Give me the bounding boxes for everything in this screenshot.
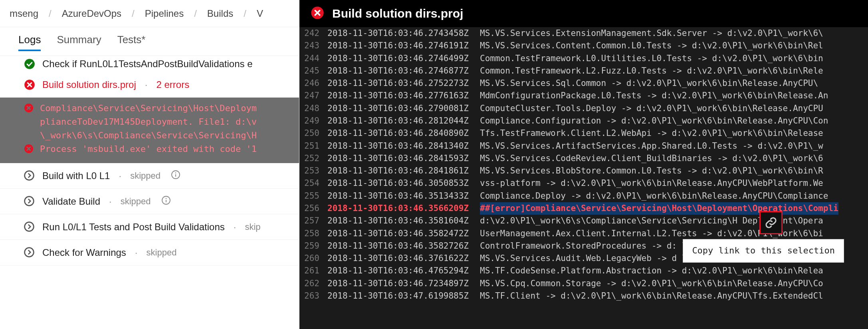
error-row: Process 'msbuild.exe' exited with code '… (24, 142, 291, 158)
log-line[interactable]: 2632018-11-30T16:03:47.6199885ZMS.TF.Cli… (299, 290, 868, 302)
line-number: 257 (299, 215, 327, 227)
line-number: 243 (299, 40, 327, 52)
error-icon (311, 6, 324, 21)
breadcrumb-item[interactable]: V (257, 8, 263, 19)
chevron-right-icon (24, 170, 35, 181)
log-message: MS.VS.Services.Sql.Common -> d:\v2.0\P1\… (480, 77, 818, 90)
left-pane: mseng / AzureDevOps / Pipelines / Builds… (0, 0, 299, 329)
log-line[interactable]: 2442018-11-30T16:03:46.2746499ZCommon.Te… (299, 52, 868, 65)
step-title: Build with L0 L1 (42, 170, 110, 181)
step-row[interactable]: Run L0/L1 Tests and Post Build Validatio… (0, 214, 299, 240)
breadcrumb-separator: / (194, 8, 197, 19)
log-message: Tfs.TestFramework.Client.L2.WebApi -> d:… (480, 127, 823, 140)
line-number: 260 (299, 252, 327, 265)
error-count: 2 errors (156, 79, 189, 90)
separator-dot: · (117, 170, 123, 181)
step-error-details[interactable]: Compliance\Service\Servicing\Host\Deploy… (0, 98, 299, 163)
log-line[interactable]: 2622018-11-30T16:03:46.7234897ZMS.VS.Cpq… (299, 277, 868, 290)
breadcrumb-item[interactable]: mseng (10, 8, 38, 19)
breadcrumb: mseng / AzureDevOps / Pipelines / Builds… (0, 0, 299, 27)
timestamp: 2018-11-30T16:03:46.2841861Z (327, 165, 480, 177)
tab-tests[interactable]: Tests* (117, 34, 146, 51)
log-line[interactable]: 2532018-11-30T16:03:46.2841861ZMS.VS.Ser… (299, 165, 868, 177)
log-line[interactable]: 2452018-11-30T16:03:46.2746877ZCommon.Te… (299, 65, 868, 77)
log-message: Compliance.Deploy -> d:\v2.0\P1\_work\6\… (480, 190, 828, 202)
timestamp: 2018-11-30T16:03:46.2752273Z (327, 77, 480, 90)
log-pane: Build solution dirs.proj 2422018-11-30T1… (299, 0, 868, 329)
timestamp: 2018-11-30T16:03:46.2746499Z (327, 52, 480, 65)
breadcrumb-item[interactable]: Pipelines (145, 8, 184, 19)
view-tabs: Logs Summary Tests* (0, 27, 299, 56)
line-number: 262 (299, 277, 327, 290)
log-line[interactable]: 2572018-11-30T16:03:46.3581604Zd:\v2.0\P… (299, 215, 868, 227)
log-line[interactable]: 2432018-11-30T16:03:46.2746191ZMS.VS.Ser… (299, 40, 868, 52)
breadcrumb-separator: / (49, 8, 52, 19)
log-line[interactable]: 2502018-11-30T16:03:46.2840890ZTfs.TestF… (299, 127, 868, 140)
step-row-failed[interactable]: Build solution dirs.proj · 2 errors (0, 72, 299, 98)
info-icon[interactable] (161, 195, 171, 207)
step-row[interactable]: Check for Warnings · skipped (0, 240, 299, 265)
log-message: MS.VS.Cpq.Common.Storage -> d:\v2.0\P1\_… (480, 277, 823, 290)
log-message: MS.VS.Services.Audit.Web.LegacyWeb -> d … (480, 252, 712, 265)
line-number: 258 (299, 227, 327, 240)
step-row[interactable]: Validate Build · skipped (0, 189, 299, 214)
line-number: 254 (299, 177, 327, 189)
log-line[interactable]: 2612018-11-30T16:03:46.4765294ZMS.TF.Cod… (299, 265, 868, 277)
line-number: 244 (299, 52, 327, 65)
step-title: Build solution dirs.proj (42, 79, 136, 90)
step-status: skipped (147, 247, 177, 258)
log-message: MS.TF.Client -> d:\v2.0\P1\_work\6\bin\R… (480, 290, 823, 302)
log-line[interactable]: 2552018-11-30T16:03:46.3513433ZComplianc… (299, 190, 868, 202)
log-line[interactable]: 2422018-11-30T16:03:46.2743458ZMS.VS.Ser… (299, 27, 868, 40)
log-line[interactable]: 2562018-11-30T16:03:46.3566209Z##[error]… (299, 202, 868, 215)
step-row[interactable]: Build with L0 L1 · skipped (0, 163, 299, 189)
log-line[interactable]: 2492018-11-30T16:03:46.2812044ZComplianc… (299, 115, 868, 127)
copy-link-button[interactable] (759, 211, 783, 234)
step-row-previous[interactable]: Check if RunL0L1TestsAndPostBuildValidat… (0, 56, 299, 72)
timestamp: 2018-11-30T16:03:46.3582472Z (327, 227, 480, 240)
separator-dot: · (133, 247, 139, 258)
tab-summary[interactable]: Summary (57, 34, 101, 51)
breadcrumb-item[interactable]: AzureDevOps (62, 8, 121, 19)
log-message: MS.VS.Services.CodeReview.Client_BuildBi… (480, 152, 823, 165)
log-line[interactable]: 2482018-11-30T16:03:46.2790081ZComputeCl… (299, 102, 868, 115)
step-title: Run L0/L1 Tests and Post Build Validatio… (42, 221, 225, 233)
error-icon (24, 144, 34, 158)
timestamp: 2018-11-30T16:03:46.2840890Z (327, 127, 480, 140)
timestamp: 2018-11-30T16:03:46.2841340Z (327, 140, 480, 152)
line-number: 252 (299, 152, 327, 165)
log-line[interactable]: 2462018-11-30T16:03:46.2752273ZMS.VS.Ser… (299, 77, 868, 90)
timestamp: 2018-11-30T16:03:47.6199885Z (327, 290, 480, 302)
log-body[interactable]: 2422018-11-30T16:03:46.2743458ZMS.VS.Ser… (299, 27, 868, 329)
timestamp: 2018-11-30T16:03:46.2812044Z (327, 115, 480, 127)
info-icon[interactable] (171, 170, 180, 182)
separator-dot: · (107, 196, 113, 207)
line-number: 256 (299, 202, 327, 215)
success-icon (24, 58, 35, 70)
timestamp: 2018-11-30T16:03:46.2743458Z (327, 27, 480, 40)
timestamp: 2018-11-30T16:03:46.2746877Z (327, 65, 480, 77)
line-number: 249 (299, 115, 327, 127)
log-message: ControlFramework.StoredProcedures -> d: … (480, 240, 712, 252)
log-line[interactable]: 2472018-11-30T16:03:46.2776163ZMdmConfig… (299, 90, 868, 102)
line-number: 246 (299, 77, 327, 90)
breadcrumb-item[interactable]: Builds (207, 8, 233, 19)
copy-link-tooltip: Copy link to this selection (683, 239, 844, 263)
log-line[interactable]: 2512018-11-30T16:03:46.2841340ZMS.VS.Ser… (299, 140, 868, 152)
line-number: 261 (299, 265, 327, 277)
log-line[interactable]: 2582018-11-30T16:03:46.3582472ZUserManag… (299, 227, 868, 240)
log-line[interactable]: 2542018-11-30T16:03:46.3050853Zvss-platf… (299, 177, 868, 189)
log-message: MS.VS.Services.BlobStore.Common.L0.Tests… (480, 165, 823, 177)
line-number: 255 (299, 190, 327, 202)
log-message: MS.VS.Services.ExtensionManagement.Sdk.S… (480, 27, 823, 40)
log-message: MS.VS.Services.Content.Common.L0.Tests -… (480, 40, 823, 52)
svg-point-0 (24, 59, 35, 69)
chevron-right-icon (24, 221, 35, 233)
timestamp: 2018-11-30T16:03:46.3582726Z (327, 240, 480, 252)
log-line[interactable]: 2522018-11-30T16:03:46.2841593ZMS.VS.Ser… (299, 152, 868, 165)
log-message: MS.TF.CodeSense.Platform.Abstraction -> … (480, 265, 823, 277)
tab-logs[interactable]: Logs (18, 34, 41, 51)
chevron-right-icon (24, 247, 35, 258)
timestamp: 2018-11-30T16:03:46.2776163Z (327, 90, 480, 102)
error-icon (24, 103, 34, 117)
